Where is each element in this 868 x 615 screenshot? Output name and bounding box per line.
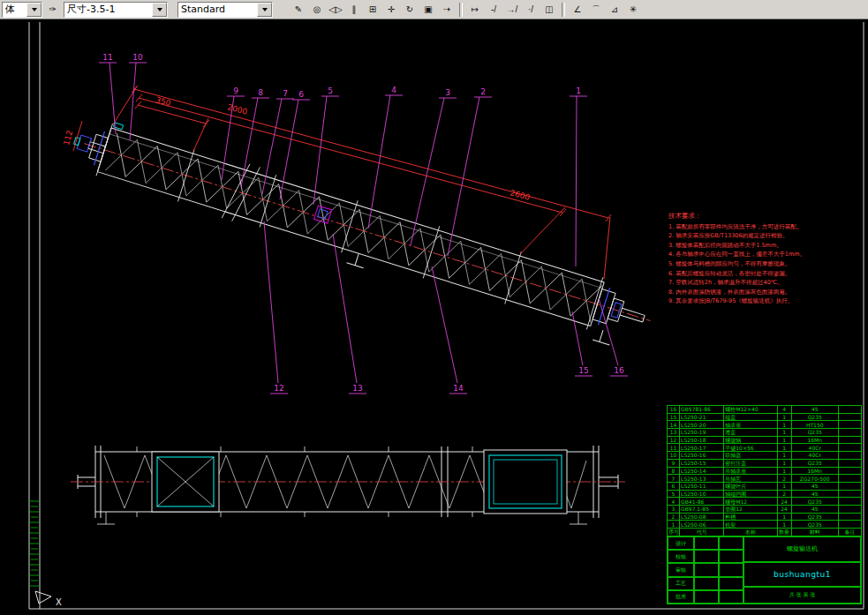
bom-material: Q235 (791, 521, 838, 529)
align-icon[interactable]: ⊿ (607, 2, 623, 18)
svg-text:1: 1 (576, 86, 581, 95)
dim-112-label: 112 (62, 130, 74, 146)
bom-code: LS250-10 (680, 490, 724, 498)
balloon-7: 7 (262, 89, 294, 194)
bom-name: 螺旋叶片 (724, 482, 777, 490)
explode-icon[interactable]: ✳ (625, 2, 641, 18)
bom-remark (838, 467, 861, 475)
bom-code: LS250-19 (680, 429, 724, 437)
break-icon[interactable]: ◫ (541, 2, 557, 18)
bom-qty: 1 (777, 421, 791, 429)
bom-name: 吊轴承座 (724, 467, 777, 475)
bom-remark (838, 452, 861, 460)
stretch-icon[interactable]: ⇢ (439, 2, 455, 18)
note-line: 6. 装配后螺旋应转动灵活，各密封处不得渗漏。 (668, 269, 856, 279)
copy-icon[interactable]: ◎ (309, 2, 325, 18)
note-line: 1. 装配前所有零部件均应清洗干净，方可进行装配。 (668, 222, 856, 232)
bom-name: 垫圈12 (724, 505, 777, 513)
bom-material: 45 (791, 406, 838, 414)
bom-header: 备注 (838, 529, 861, 536)
hanger-bearing (305, 206, 377, 268)
bom-code: LS250-08 (680, 513, 724, 521)
fillet-icon[interactable]: ⌒ (588, 2, 604, 18)
bom-header: 序号 (668, 529, 680, 536)
dim-style-value: 尺寸-3.5-1 (67, 3, 150, 16)
bom-material: Q235 (791, 459, 838, 467)
bom-qty: 1 (777, 482, 791, 490)
cover-box-right (484, 450, 567, 514)
drawing-canvas[interactable]: 2600 2000 350 112 11 10 9 8 7 6 5 4 3 2 … (0, 19, 868, 615)
shaft-centerline (84, 144, 650, 321)
bom-no: 3 (668, 505, 680, 513)
bom-row: 15 LS250-21 端盖 1 Q235 (668, 413, 862, 421)
font-style-value: 体 (5, 3, 25, 16)
bom-remark (838, 444, 861, 452)
bom-remark (838, 490, 861, 498)
drawing-title: 螺旋输送机 (743, 536, 861, 562)
bom-name: 联轴器 (724, 452, 777, 460)
notes-title: 技术要求： (668, 212, 856, 221)
extend-icon[interactable]: →/ (504, 2, 520, 18)
font-combo-arrow-icon[interactable] (26, 3, 42, 17)
balloon-1: 1 (570, 86, 587, 266)
bom-qty: 4 (777, 406, 791, 414)
bom-remark (838, 482, 861, 490)
break-at-point-icon[interactable]: ·/ (523, 2, 539, 18)
dim-style-combo[interactable]: 尺寸-3.5-1 (64, 2, 168, 18)
ucs-x-label: X (56, 597, 62, 607)
font-style-combo[interactable]: 体 (2, 2, 42, 18)
bom-material: 45 (791, 505, 838, 513)
bom-remark (838, 521, 861, 529)
bom-name: 吊轴瓦 (724, 475, 777, 483)
mirror-icon[interactable]: ◁▷ (328, 2, 343, 18)
move-icon[interactable]: ✛ (383, 2, 399, 18)
bom-material: 40Cr (791, 444, 838, 452)
match-properties-icon[interactable]: ✎ (291, 2, 306, 18)
bom-no: 2 (668, 513, 680, 521)
bom-row: 8 LS250-14 吊轴承座 1 16Mn (668, 467, 862, 475)
bom-material: Q235 (791, 413, 838, 421)
dim-combo-arrow-icon[interactable] (152, 3, 167, 17)
signature-row: 批准 (668, 590, 743, 604)
svg-text:15: 15 (578, 366, 588, 375)
note-line: 9. 其余要求按JB/T679-95《螺旋输送机》执行。 (668, 296, 856, 306)
bom-name: 轴端挡圈 (724, 490, 777, 498)
bom-row: 9 LS250-15 密封压盖 1 Q235 (668, 459, 862, 467)
end-bearing (586, 286, 649, 353)
bom-header-row: 序号 代号 名称 数量 材料 备注 (668, 529, 862, 536)
bom-qty: 1 (777, 459, 791, 467)
bom-material: Q235 (791, 498, 838, 506)
offset-icon[interactable]: ∥ (346, 2, 362, 18)
bom-remark (838, 421, 861, 429)
bom-row: 4 GB41-86 螺母M12 24 Q235 (668, 498, 862, 506)
text-combo-arrow-icon[interactable] (257, 3, 272, 17)
bom-row: 2 LS250-08 料槽 1 Q235 (668, 513, 862, 521)
dim-edit-icon[interactable]: ✑ (45, 2, 61, 18)
svg-text:3: 3 (445, 88, 450, 97)
bom-qty: 1 (777, 452, 791, 460)
lengthen-icon[interactable]: ↦ (467, 2, 483, 18)
svg-text:16: 16 (614, 366, 624, 375)
bom-no: 4 (668, 498, 680, 506)
bom-name: 螺栓M12×40 (724, 406, 777, 414)
array-icon[interactable]: ⊞ (365, 2, 381, 18)
svg-text:5: 5 (328, 86, 333, 95)
bom-qty: 1 (777, 436, 791, 444)
balloons: 11 10 9 8 7 6 5 4 3 2 1 12 13 14 15 16 (99, 53, 628, 394)
scale-icon[interactable]: ▣ (420, 2, 436, 18)
bom-header: 数量 (777, 529, 791, 536)
bom-no: 12 (668, 436, 680, 444)
balloon-13: 13 (333, 234, 366, 394)
text-style-combo[interactable]: Standard (177, 2, 273, 18)
chamfer-icon[interactable]: ∠ (570, 2, 585, 18)
bom-name: 密封压盖 (724, 459, 777, 467)
bom-code: LS250-16 (680, 452, 724, 460)
bom-name: 螺母M12 (724, 498, 777, 506)
bom-table: 16 GB5781-86 螺栓M12×40 4 45 15 LS250-21 端… (667, 405, 862, 536)
bom-code: GB5781-86 (680, 406, 724, 414)
balloon-5: 5 (313, 86, 339, 205)
trim-icon[interactable]: -/ (486, 2, 502, 18)
bom-qty: 1 (777, 429, 791, 437)
bom-no: 16 (668, 406, 680, 414)
rotate-icon[interactable]: ↻ (402, 2, 418, 18)
